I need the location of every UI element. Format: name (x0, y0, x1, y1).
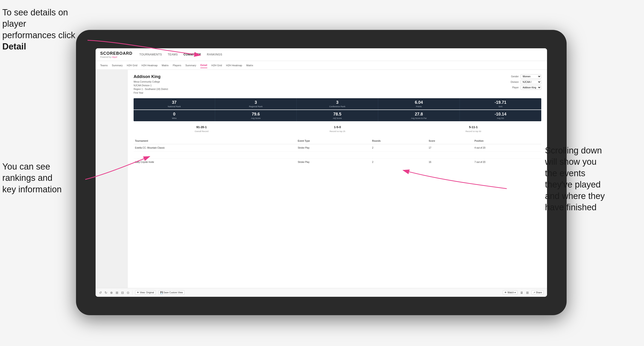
main-content: Addison King Mesa Community College NJCA… (96, 70, 547, 288)
tab-matrix[interactable]: Matrix (162, 63, 168, 68)
adj-score-value: 78.5 (299, 112, 376, 117)
toolbar-icon-4[interactable]: ⊙ (127, 291, 130, 295)
division-select[interactable]: NJCAA I (520, 80, 541, 84)
player-region: Region 1 - Southwest (18) District (134, 87, 168, 91)
sos-label: SoS (462, 105, 539, 108)
player-label: Player (512, 86, 519, 89)
avg-score-par-value: 27.8 (380, 112, 457, 117)
wins-value: 0 (136, 112, 212, 117)
nav-tournaments[interactable]: TOURNAMENTS (139, 52, 162, 57)
tab-summary2[interactable]: Summary (186, 63, 196, 68)
adj-score-label: Adj Score (299, 117, 376, 119)
tab-h2h-grid2[interactable]: H2H Grid (212, 63, 222, 68)
stat-avg-score: 79.6 Avg Score (215, 110, 297, 121)
redo-icon[interactable]: ↻ (104, 291, 107, 295)
watch-icon: 👁 (504, 291, 507, 294)
tab-matrix2[interactable]: Matrix (246, 63, 253, 68)
tab-h2h-grid[interactable]: H2H Grid (127, 63, 137, 68)
col-position: Position (473, 138, 541, 144)
share-icon: ↗ (533, 291, 535, 294)
national-rank-label: National Rank (136, 105, 212, 108)
tab-h2h-heatmap2[interactable]: H2H Heatmap (226, 63, 242, 68)
wins-label: Wins (136, 117, 212, 119)
top25-record-label: Record vs top 25 (330, 130, 345, 133)
watch-btn[interactable]: 👁 Watch ▾ (503, 290, 517, 295)
content-panel: Addison King Mesa Community College NJCA… (128, 70, 547, 288)
col-score: Score (427, 138, 473, 144)
share-btn[interactable]: ↗ Share (532, 290, 544, 295)
avg-score-par-label: Avg Score to Par (380, 117, 457, 119)
tab-h2h-heatmap[interactable]: H2H Heatmap (142, 63, 158, 68)
stat-points: 6.04 Points (378, 98, 460, 110)
nav-teams[interactable]: TEAMS (168, 52, 178, 57)
tab-detail[interactable]: Detail (200, 63, 207, 68)
gender-filter: Gender Women (511, 74, 541, 79)
player-filter: Player Addison King (512, 85, 541, 90)
stat-regional-rank: 3 Regional Rank (215, 98, 297, 110)
avg-score-value: 79.6 (218, 112, 294, 117)
stat-avg-sg: -10.14 Avg SG (460, 110, 541, 121)
toolbar-divider (132, 290, 132, 295)
nav-committee[interactable]: COMMITTEE (184, 52, 201, 57)
stat-wins: 0 Wins (134, 110, 215, 121)
tournament-table: Tournament Event Type Rounds Score Posit… (134, 138, 541, 166)
player-name: Addison King (134, 74, 168, 79)
record-top25: 1-5-0 Record vs top 25 (270, 124, 406, 134)
table-row: Lady Coyote Invite Stroke Play 2 16 7 ou… (134, 159, 541, 166)
stat-avg-score-par: 27.8 Avg Score to Par (378, 110, 460, 121)
nav-items: TOURNAMENTS TEAMS COMMITTEE RANKINGS (139, 52, 222, 57)
toolbar: ↺ ↻ ⊕ ⊞ ⊟ ⊙ 👁 View: Original 💾 Save Cust… (96, 288, 547, 297)
top50-record-value: 5-11-1 (407, 125, 540, 129)
score-1: 17 (427, 144, 473, 152)
view-original-btn[interactable]: 👁 View: Original (135, 290, 156, 295)
conference-rank-value: 3 (299, 100, 376, 105)
tablet-device: SCOREBOARD Powered by clippd TOURNAMENTS… (76, 30, 566, 315)
undo-icon[interactable]: ↺ (99, 291, 102, 295)
player-division: NJCAA Division 1 (134, 84, 168, 87)
rounds-1: 2 (370, 144, 427, 152)
records-row: 91-20-1 Overall Record 1-5-0 Record vs t… (134, 124, 541, 134)
annotation-bottomleft: You can see rankings and key information (2, 161, 88, 195)
tab-players[interactable]: Players (173, 63, 181, 68)
col-event-type: Event Type (296, 138, 371, 144)
overall-record-value: 91-20-1 (135, 125, 268, 129)
event-type-2: Stroke Play (296, 159, 371, 166)
grid-icon[interactable]: ⊞ (526, 291, 529, 295)
overall-record-label: Overall Record (195, 130, 208, 133)
stat-sos: -19.71 SoS (460, 98, 541, 110)
regional-rank-value: 3 (218, 100, 294, 105)
position-2: 7 out of 20 (473, 159, 541, 166)
player-school: Mesa Community College (134, 80, 168, 84)
annotation-topleft: To see details on player performances cl… (2, 7, 80, 52)
tab-summary[interactable]: Summary (112, 63, 122, 68)
tab-teams[interactable]: Teams (100, 63, 108, 68)
toolbar-icon-3[interactable]: ⊟ (121, 291, 124, 295)
avg-sg-label: Avg SG (462, 117, 539, 119)
nav-bar: SCOREBOARD Powered by clippd TOURNAMENTS… (96, 48, 547, 61)
player-year: First Year (134, 91, 168, 95)
stats-grid-row2: 0 Wins 79.6 Avg Score 78.5 Adj Score 27.… (134, 110, 541, 121)
points-label: Points (380, 105, 457, 108)
record-overall: 91-20-1 Overall Record (134, 124, 270, 134)
toolbar-icon-1[interactable]: ⊕ (110, 291, 113, 295)
logo-scoreboard: SCOREBOARD (100, 51, 132, 56)
stat-conference-rank: 3 Conference Rank (297, 98, 378, 110)
left-sidebar (96, 70, 128, 288)
save-custom-btn[interactable]: 💾 Save Custom View (158, 290, 184, 295)
logo-powered: Powered by clippd (100, 56, 132, 58)
player-filters: Gender Women Division NJCAA I (511, 74, 541, 95)
stats-grid-row1: 37 National Rank 3 Regional Rank 3 Confe… (134, 98, 541, 110)
score-2: 16 (427, 159, 473, 166)
stat-national-rank: 37 National Rank (134, 98, 215, 110)
player-select[interactable]: Addison King (520, 85, 541, 90)
sos-value: -19.71 (462, 100, 539, 105)
toolbar-icon-2[interactable]: ⊞ (116, 291, 118, 295)
division-label: Division (511, 81, 519, 83)
gender-select[interactable]: Women (520, 74, 541, 79)
annotation-bottomright: Scrolling down will show you the events … (545, 145, 642, 213)
avg-score-label: Avg Score (218, 117, 294, 119)
nav-rankings[interactable]: RANKINGS (207, 52, 222, 57)
position-1: 4 out of 20 (473, 144, 541, 152)
avg-sg-value: -10.14 (462, 112, 539, 117)
screen-icon[interactable]: 🖥 (520, 291, 523, 295)
